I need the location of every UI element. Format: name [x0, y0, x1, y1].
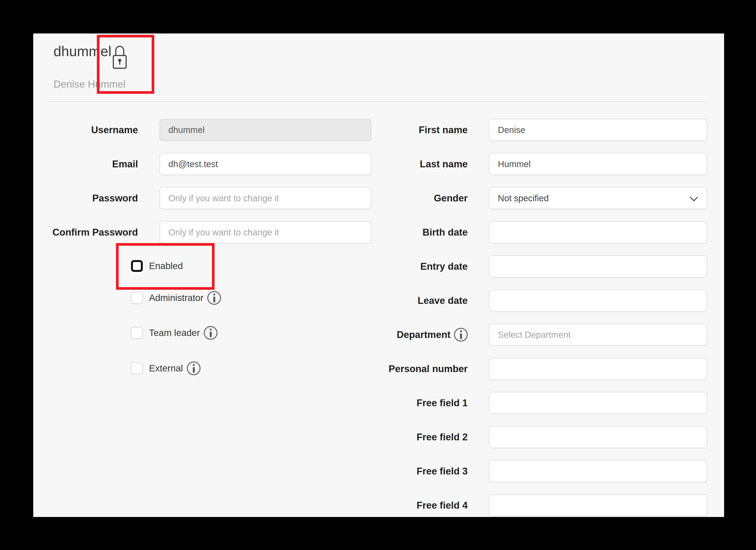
entry-date-label: Entry date — [363, 261, 468, 272]
personal-number-input[interactable] — [489, 358, 707, 380]
confirm-password-input[interactable] — [160, 221, 371, 243]
team-leader-checkbox-row: Team leader — [131, 326, 217, 340]
free-field-2-label-text: Free field 2 — [417, 432, 468, 443]
page-title: dhummel — [53, 41, 111, 61]
leave-date-row: Leave date — [363, 290, 707, 312]
leave-date-label: Leave date — [363, 295, 468, 306]
confirm-password-label-text: Confirm Password — [52, 227, 138, 238]
external-checkbox[interactable] — [131, 363, 143, 374]
username-label-text: Username — [91, 124, 138, 135]
enabled-checkbox-row: Enabled — [131, 260, 183, 272]
last-name-row: Last name — [363, 153, 707, 175]
birth-date-label: Birth date — [363, 227, 468, 238]
free-field-3-input[interactable] — [489, 460, 707, 482]
username-label: Username — [33, 124, 138, 135]
team-leader-checkbox-label: Team leader — [149, 328, 200, 338]
entry-date-row: Entry date — [363, 255, 707, 278]
external-checkbox-label: External — [149, 363, 183, 374]
team-leader-checkbox[interactable] — [131, 327, 143, 339]
free-field-4-label-text: Free field 4 — [417, 500, 468, 511]
last-name-input[interactable] — [489, 153, 707, 175]
leave-date-label-text: Leave date — [418, 295, 468, 306]
first-name-input[interactable] — [489, 119, 707, 141]
gender-label-text: Gender — [434, 193, 468, 204]
free-field-3-label: Free field 3 — [363, 466, 468, 477]
free-field-1-label: Free field 1 — [363, 398, 468, 409]
free-field-4-label: Free field 4 — [363, 500, 468, 511]
last-name-label-text: Last name — [420, 158, 468, 169]
password-label-text: Password — [92, 193, 138, 204]
entry-date-label-text: Entry date — [420, 261, 468, 272]
external-info-icon[interactable] — [187, 362, 200, 375]
password-input[interactable] — [160, 187, 371, 209]
gender-label: Gender — [363, 193, 468, 204]
birth-date-row: Birth date — [363, 221, 707, 243]
administrator-checkbox[interactable] — [131, 292, 143, 304]
leave-date-input[interactable] — [489, 290, 707, 312]
email-row: Email — [33, 153, 371, 175]
personal-number-label: Personal number — [363, 363, 468, 374]
user-full-name: Denise Hummel — [53, 77, 125, 91]
password-label: Password — [33, 193, 138, 204]
left-field-column: UsernameEmailPasswordConfirm Password — [33, 119, 371, 255]
free-field-1-label-text: Free field 1 — [417, 398, 468, 409]
free-field-1-row: Free field 1 — [363, 392, 707, 414]
username-row: Username — [33, 119, 371, 141]
confirm-password-label: Confirm Password — [33, 227, 138, 238]
enabled-checkbox-label: Enabled — [149, 261, 183, 271]
team-leader-info-icon[interactable] — [204, 326, 217, 340]
header-divider — [47, 101, 707, 102]
department-label: Department — [363, 328, 468, 342]
free-field-2-row: Free field 2 — [363, 426, 707, 448]
free-field-4-row: Free field 4 — [363, 494, 707, 516]
gender-selected-value: Not specified — [498, 193, 549, 203]
email-input[interactable] — [160, 153, 371, 175]
department-info-icon[interactable] — [454, 328, 468, 342]
free-field-1-input[interactable] — [489, 392, 707, 414]
entry-date-input[interactable] — [489, 255, 707, 278]
department-row: Department — [363, 324, 707, 346]
birth-date-label-text: Birth date — [423, 227, 468, 238]
department-input[interactable] — [489, 324, 707, 346]
right-field-column: First nameLast nameGenderNot specifiedBi… — [363, 119, 707, 528]
last-name-label: Last name — [363, 158, 468, 169]
confirm-password-row: Confirm Password — [33, 221, 371, 243]
gender-row: GenderNot specified — [363, 187, 707, 209]
free-field-2-input[interactable] — [489, 426, 707, 448]
free-field-2-label: Free field 2 — [363, 432, 468, 443]
username-input — [160, 119, 371, 141]
chevron-down-icon — [690, 193, 698, 201]
department-label-text: Department — [397, 329, 451, 340]
first-name-label: First name — [363, 124, 468, 135]
email-label-text: Email — [112, 158, 138, 169]
personal-number-label-text: Personal number — [389, 363, 468, 374]
free-field-3-row: Free field 3 — [363, 460, 707, 482]
user-profile-card: dhummel Denise Hummel UsernameEmailPassw… — [33, 33, 724, 517]
external-checkbox-row: External — [131, 362, 200, 375]
enabled-checkbox[interactable] — [131, 260, 143, 272]
personal-number-row: Personal number — [363, 358, 707, 380]
free-field-4-input[interactable] — [489, 494, 707, 516]
email-label: Email — [33, 158, 138, 169]
administrator-info-icon[interactable] — [207, 291, 221, 305]
birth-date-input[interactable] — [489, 221, 707, 243]
free-field-3-label-text: Free field 3 — [417, 466, 468, 477]
lock-icon — [112, 44, 127, 70]
administrator-checkbox-label: Administrator — [149, 293, 203, 303]
first-name-label-text: First name — [419, 124, 468, 135]
password-row: Password — [33, 187, 371, 209]
first-name-row: First name — [363, 119, 707, 141]
gender-select[interactable]: Not specified — [489, 187, 707, 209]
administrator-checkbox-row: Administrator — [131, 291, 221, 305]
